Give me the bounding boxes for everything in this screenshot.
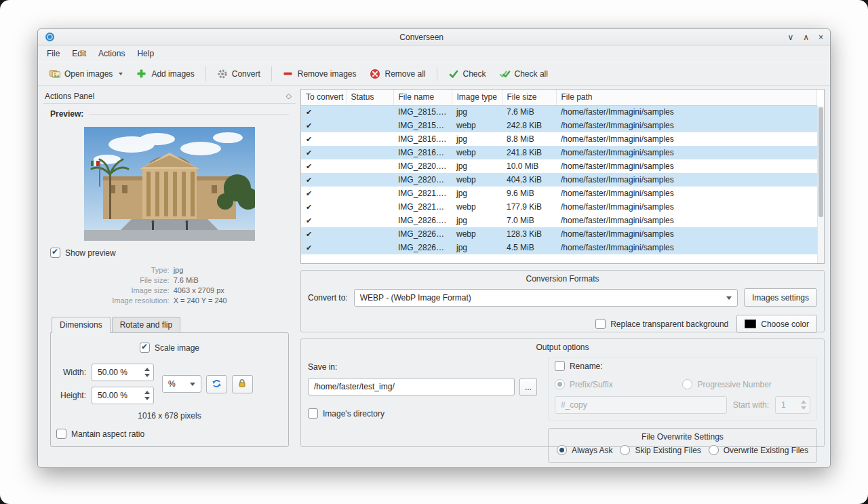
col-file-size[interactable]: File size bbox=[502, 90, 556, 105]
lock-aspect-button[interactable] bbox=[232, 375, 253, 393]
table-row[interactable]: ✔IMG_2816.jpgjpg8.8 MiB/home/faster/Imma… bbox=[301, 132, 817, 146]
rename-pattern-input[interactable]: #_copy bbox=[555, 396, 727, 414]
table-row[interactable]: ✔IMG_2820_co...webp404.3 KiB/home/faster… bbox=[301, 173, 817, 187]
table-row[interactable]: ✔IMG_2815.jpgjpg7.6 MiB/home/faster/Imma… bbox=[301, 105, 817, 119]
save-path-input[interactable]: /home/faster/test_img/ bbox=[308, 378, 515, 395]
images-settings-button[interactable]: Images settings bbox=[744, 288, 817, 307]
spinner-arrows-icon[interactable] bbox=[801, 400, 806, 410]
row-status bbox=[346, 119, 393, 132]
table-row[interactable]: ✔IMG_2826_co...webp128.3 KiB/home/faster… bbox=[301, 227, 817, 241]
row-file-path: /home/faster/Immagini/samples bbox=[556, 241, 817, 254]
col-status[interactable]: Status bbox=[346, 90, 393, 105]
width-spinner[interactable]: 50.00 % bbox=[92, 364, 154, 381]
tab-rotate-and-flip[interactable]: Rotate and flip bbox=[112, 317, 180, 332]
table-row[interactable]: ✔IMG_2821_co...webp177.9 KiB/home/faster… bbox=[301, 200, 817, 214]
choose-color-button[interactable]: Choose color bbox=[736, 315, 817, 333]
row-check-icon[interactable]: ✔ bbox=[301, 132, 346, 146]
main-content: Actions Panel ◇ Preview: bbox=[38, 86, 830, 467]
check-all-button[interactable]: Check all bbox=[494, 65, 554, 83]
images-directory-checkbox[interactable]: Image's directory bbox=[308, 408, 384, 419]
menu-actions[interactable]: Actions bbox=[92, 47, 131, 60]
info-imagesize-label: Image size: bbox=[112, 286, 169, 294]
row-check-icon[interactable]: ✔ bbox=[301, 214, 346, 227]
scrollbar-thumb[interactable] bbox=[818, 107, 823, 217]
always-ask-radio[interactable]: Always Ask bbox=[557, 445, 613, 455]
table-row[interactable]: ✔IMG_2821.jpgjpg9.6 MiB/home/faster/Imma… bbox=[301, 187, 817, 200]
row-check-icon[interactable]: ✔ bbox=[301, 119, 346, 132]
spinner-arrows-icon[interactable] bbox=[144, 368, 150, 377]
maintain-aspect-ratio-checkbox[interactable]: Mantain aspect ratio bbox=[56, 429, 144, 439]
row-check-icon[interactable]: ✔ bbox=[301, 241, 346, 254]
col-image-type[interactable]: Image type bbox=[452, 90, 502, 105]
file-list: To convert Status File name Image type F… bbox=[300, 89, 825, 264]
row-file-size: 7.6 MiB bbox=[502, 105, 556, 119]
actions-panel: Actions Panel ◇ Preview: bbox=[43, 89, 296, 447]
row-check-icon[interactable]: ✔ bbox=[301, 105, 346, 119]
format-combobox[interactable]: WEBP - (WebP Image Format) bbox=[354, 289, 738, 307]
col-to-convert[interactable]: To convert bbox=[301, 90, 346, 105]
menu-help[interactable]: Help bbox=[131, 47, 160, 60]
conversion-formats-group: Conversion Formats Convert to: WEBP - (W… bbox=[300, 270, 825, 332]
overwrite-existing-files-radio[interactable]: Overwrite Existing Files bbox=[709, 445, 808, 455]
minimize-button[interactable]: ∨ bbox=[787, 33, 793, 41]
table-row[interactable]: ✔IMG_2826.jpgjpg7.0 MiB/home/faster/Imma… bbox=[301, 214, 817, 227]
row-check-icon[interactable]: ✔ bbox=[301, 187, 346, 200]
float-panel-icon[interactable]: ◇ bbox=[286, 92, 292, 100]
row-check-icon[interactable]: ✔ bbox=[301, 146, 346, 159]
table-row[interactable]: ✔IMG_2826-M...jpg4.5 MiB/home/faster/Imm… bbox=[301, 241, 817, 254]
col-file-name[interactable]: File name bbox=[393, 90, 452, 105]
info-imagesize-value: 4063 x 2709 px bbox=[174, 286, 227, 294]
remove-all-button[interactable]: Remove all bbox=[363, 65, 431, 83]
menubar: File Edit Actions Help bbox=[38, 45, 830, 62]
open-images-icon bbox=[50, 69, 60, 79]
titlebar[interactable]: Converseen ∨ ∧ × bbox=[38, 29, 830, 45]
row-file-path: /home/faster/Immagini/samples bbox=[556, 159, 817, 173]
maximize-button[interactable]: ∧ bbox=[803, 33, 809, 41]
replace-transparent-background-checkbox[interactable]: Replace transparent background bbox=[595, 319, 728, 329]
row-image-type: webp bbox=[452, 200, 502, 214]
row-check-icon[interactable]: ✔ bbox=[301, 200, 346, 214]
spinner-arrows-icon[interactable] bbox=[144, 391, 150, 400]
divider bbox=[89, 114, 289, 115]
table-row[interactable]: ✔IMG_2816_co...webp241.8 KiB/home/faster… bbox=[301, 146, 817, 159]
height-label: Height: bbox=[58, 391, 86, 400]
rename-group: Rename: Prefix/Suffix Progr bbox=[548, 357, 817, 421]
row-status bbox=[346, 146, 393, 159]
scale-image-checkbox[interactable]: Scale image bbox=[140, 343, 199, 353]
checkbox-check-icon bbox=[50, 248, 60, 258]
unit-combobox[interactable]: % bbox=[162, 375, 201, 393]
row-check-icon[interactable]: ✔ bbox=[301, 159, 346, 173]
row-check-icon[interactable]: ✔ bbox=[301, 227, 346, 241]
window-title: Converseen bbox=[56, 33, 787, 42]
row-image-type: jpg bbox=[452, 241, 502, 254]
add-images-button[interactable]: Add images bbox=[130, 65, 200, 83]
start-with-spinner[interactable]: 1 bbox=[775, 396, 810, 414]
toolbar-separator bbox=[271, 66, 272, 81]
check-all-label: Check all bbox=[515, 69, 548, 79]
close-button[interactable]: × bbox=[818, 33, 823, 41]
row-status bbox=[346, 187, 393, 200]
progressive-number-radio[interactable]: Progressive Number bbox=[682, 379, 810, 389]
prefix-suffix-radio[interactable]: Prefix/Suffix bbox=[555, 379, 683, 389]
open-images-button[interactable]: Open images bbox=[43, 65, 129, 83]
menu-file[interactable]: File bbox=[41, 47, 66, 60]
row-check-icon[interactable]: ✔ bbox=[301, 173, 346, 187]
height-spinner[interactable]: 50.00 % bbox=[92, 387, 154, 404]
table-row[interactable]: ✔IMG_2815_co...webp242.8 KiB/home/faster… bbox=[301, 119, 817, 132]
row-status bbox=[346, 200, 393, 214]
rename-checkbox[interactable]: Rename: bbox=[555, 361, 603, 371]
row-file-path: /home/faster/Immagini/samples bbox=[556, 105, 817, 119]
browse-button[interactable]: ... bbox=[519, 378, 537, 396]
convert-button[interactable]: Convert bbox=[211, 65, 267, 83]
skip-existing-files-radio[interactable]: Skip Existing Files bbox=[620, 445, 701, 455]
check-button[interactable]: Check bbox=[442, 65, 492, 83]
table-row[interactable]: ✔IMG_2820.jpgjpg10.0 MiB/home/faster/Imm… bbox=[301, 159, 817, 173]
col-file-path[interactable]: File path bbox=[556, 90, 817, 105]
row-file-name: IMG_2826-M... bbox=[393, 241, 452, 254]
menu-edit[interactable]: Edit bbox=[66, 47, 92, 60]
tab-dimensions[interactable]: Dimensions bbox=[52, 317, 111, 333]
remove-images-button[interactable]: Remove images bbox=[277, 65, 363, 83]
reset-dimensions-button[interactable] bbox=[206, 375, 227, 393]
table-scrollbar[interactable] bbox=[817, 106, 824, 263]
show-preview-checkbox[interactable]: Show preview bbox=[50, 248, 289, 258]
